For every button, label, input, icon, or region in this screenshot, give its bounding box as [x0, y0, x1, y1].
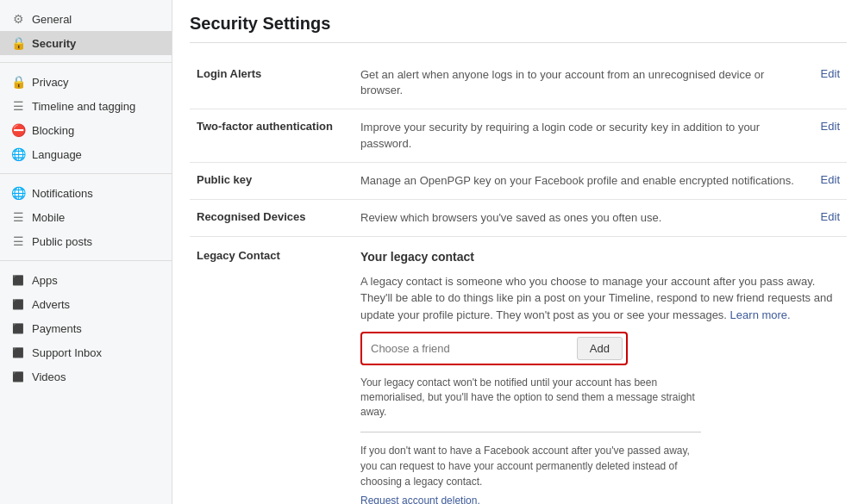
sidebar-item-videos[interactable]: ⬛ Videos [0, 364, 172, 389]
sidebar-label-language: Language [32, 148, 82, 161]
sidebar-label-blocking: Blocking [32, 124, 74, 137]
page-title: Security Settings [190, 14, 847, 43]
table-row-legacy: Legacy Contact Your legacy contact A leg… [190, 237, 847, 504]
sidebar-label-apps: Apps [32, 274, 58, 287]
sidebar-divider-1 [0, 62, 172, 63]
timeline-icon: ☰ [10, 98, 26, 114]
setting-name-legacy: Legacy Contact [190, 237, 354, 504]
add-friend-button[interactable]: Add [577, 337, 623, 360]
learn-more-link[interactable]: Learn more. [730, 308, 791, 321]
sidebar-label-public-posts: Public posts [32, 235, 92, 248]
sidebar-item-mobile[interactable]: ☰ Mobile [0, 205, 172, 229]
sidebar-label-payments: Payments [32, 322, 82, 335]
security-icon: 🔒 [10, 35, 26, 51]
table-row: Recognised Devices Review which browsers… [190, 199, 847, 236]
setting-name-2fa: Two-factor authentication [190, 109, 354, 162]
sidebar-item-language[interactable]: 🌐 Language [0, 142, 172, 166]
sidebar-item-payments[interactable]: ⬛ Payments [0, 316, 172, 340]
adverts-icon: ⬛ [10, 296, 26, 312]
sidebar-item-blocking[interactable]: ⛔ Blocking [0, 118, 172, 142]
table-row: Public key Manage an OpenPGP key on your… [190, 162, 847, 199]
setting-desc-recognised-devices: Review which browsers you've saved as on… [354, 199, 804, 236]
friend-chooser-input[interactable] [366, 339, 577, 358]
sidebar-item-general[interactable]: ⚙ General [0, 7, 172, 31]
request-deletion-link[interactable]: Request account deletion. [360, 495, 480, 504]
edit-link-2fa[interactable]: Edit [821, 120, 840, 133]
general-icon: ⚙ [10, 11, 26, 27]
legacy-section-title: Your legacy contact [360, 249, 840, 266]
legacy-divider [360, 432, 701, 432]
edit-link-login-alerts[interactable]: Edit [821, 67, 840, 80]
setting-name-login-alerts: Login Alerts [190, 57, 354, 109]
edit-col-2fa: Edit [804, 109, 847, 162]
blocking-icon: ⛔ [10, 122, 26, 138]
sidebar-item-apps[interactable]: ⬛ Apps [0, 268, 172, 292]
table-row: Login Alerts Get an alert when anyone lo… [190, 57, 847, 109]
sidebar-label-support-inbox: Support Inbox [32, 346, 102, 359]
mobile-icon: ☰ [10, 209, 26, 225]
payments-icon: ⬛ [10, 320, 26, 336]
sidebar: ⚙ General 🔒 Security 🔒 Privacy ☰ Timelin… [0, 0, 172, 504]
videos-icon: ⬛ [10, 369, 26, 384]
setting-name-recognised-devices: Recognised Devices [190, 199, 354, 236]
friend-chooser-wrapper: Add [360, 332, 628, 365]
apps-icon: ⬛ [10, 272, 26, 288]
sidebar-item-security[interactable]: 🔒 Security [0, 31, 172, 55]
sidebar-label-general: General [32, 13, 72, 26]
edit-col-login-alerts: Edit [804, 57, 847, 109]
sidebar-item-timeline[interactable]: ☰ Timeline and tagging [0, 94, 172, 118]
sidebar-item-public-posts[interactable]: ☰ Public posts [0, 229, 172, 253]
sidebar-label-videos: Videos [32, 370, 66, 383]
edit-col-public-key: Edit [804, 162, 847, 199]
setting-desc-login-alerts: Get an alert when anyone logs in to your… [354, 57, 804, 109]
sidebar-label-mobile: Mobile [32, 211, 65, 224]
edit-link-recognised-devices[interactable]: Edit [821, 210, 840, 223]
main-content: Security Settings Login Alerts Get an al… [172, 0, 864, 504]
settings-table: Login Alerts Get an alert when anyone lo… [190, 57, 847, 504]
sidebar-label-privacy: Privacy [32, 76, 69, 89]
sidebar-item-adverts[interactable]: ⬛ Adverts [0, 292, 172, 316]
sidebar-label-timeline: Timeline and tagging [32, 100, 135, 113]
sidebar-divider-3 [0, 260, 172, 261]
legacy-contact-content: Your legacy contact A legacy contact is … [354, 237, 847, 504]
sidebar-label-security: Security [32, 37, 76, 50]
setting-name-public-key: Public key [190, 162, 354, 199]
sidebar-label-notifications: Notifications [32, 187, 93, 200]
legacy-notice-text: Your legacy contact won't be notified un… [360, 376, 701, 419]
table-row: Two-factor authentication Improve your s… [190, 109, 847, 162]
sidebar-divider-2 [0, 173, 172, 174]
notifications-icon: 🌐 [10, 185, 26, 201]
setting-desc-2fa: Improve your security by requiring a log… [354, 109, 804, 162]
edit-link-public-key[interactable]: Edit [821, 173, 840, 186]
legacy-deletion-text: If you don't want to have a Facebook acc… [360, 443, 697, 489]
privacy-icon: 🔒 [10, 74, 26, 90]
legacy-description: A legacy contact is someone who you choo… [360, 273, 840, 324]
public-posts-icon: ☰ [10, 233, 26, 249]
edit-col-recognised-devices: Edit [804, 199, 847, 236]
sidebar-item-support-inbox[interactable]: ⬛ Support Inbox [0, 340, 172, 364]
sidebar-item-privacy[interactable]: 🔒 Privacy [0, 70, 172, 94]
setting-desc-public-key: Manage an OpenPGP key on your Facebook p… [354, 162, 804, 199]
language-icon: 🌐 [10, 146, 26, 162]
sidebar-label-adverts: Adverts [32, 298, 70, 311]
sidebar-item-notifications[interactable]: 🌐 Notifications [0, 181, 172, 205]
support-inbox-icon: ⬛ [10, 345, 26, 360]
